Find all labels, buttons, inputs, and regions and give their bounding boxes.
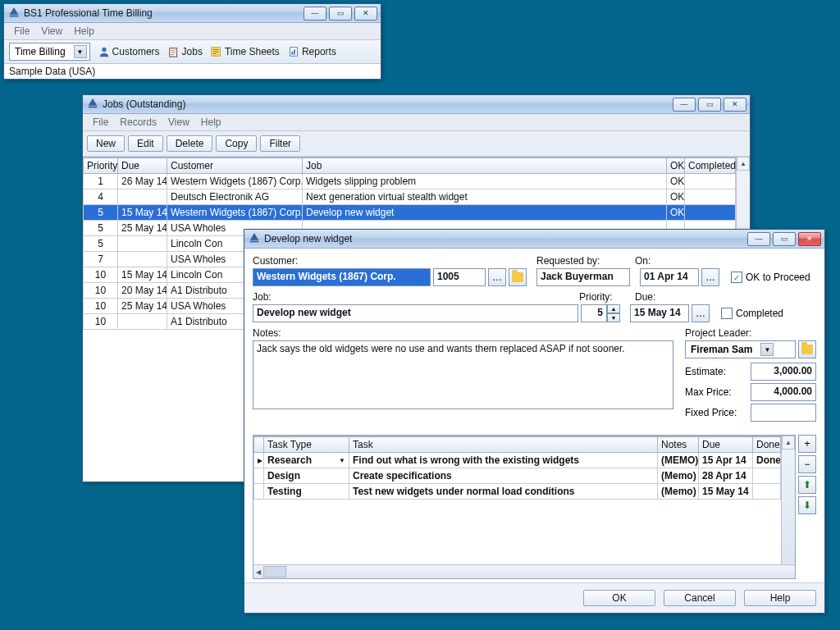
new-button[interactable]: New	[87, 135, 125, 152]
menu-view[interactable]: View	[36, 24, 67, 39]
ok-button[interactable]: OK	[583, 590, 655, 606]
minimize-button[interactable]: —	[747, 232, 770, 246]
scroll-up-icon[interactable]: ▲	[737, 157, 750, 171]
label-priority: Priority:	[579, 290, 635, 304]
delete-button[interactable]: Delete	[167, 135, 213, 152]
col-task-type[interactable]: Task Type	[264, 437, 349, 453]
toolbar-reports-label: Reports	[302, 46, 336, 57]
completed-checkbox[interactable]: Completed	[721, 308, 783, 319]
remove-row-button[interactable]: −	[798, 455, 816, 473]
table-row[interactable]: 126 May 14Western Widgets (1867) Corp.Wi…	[84, 174, 736, 189]
col-ok[interactable]: OK	[667, 158, 685, 174]
col-done[interactable]: Done	[753, 437, 781, 453]
svg-rect-6	[294, 49, 295, 54]
fixed-price-field[interactable]	[751, 404, 816, 422]
scroll-left-icon[interactable]: ◀	[253, 568, 263, 576]
menu-file[interactable]: File	[88, 115, 113, 130]
label-requested: Requested by:	[536, 253, 635, 268]
chevron-down-icon[interactable]: ▼	[760, 343, 774, 356]
cancel-button[interactable]: Cancel	[664, 590, 736, 606]
label-job: Job:	[253, 290, 579, 304]
label-due: Due:	[635, 290, 655, 304]
main-toolbar: Time Billing ▼ Customers Jobs Time Sheet…	[4, 40, 381, 64]
menu-help[interactable]: Help	[69, 24, 99, 39]
minimize-button[interactable]: —	[673, 98, 696, 112]
detail-titlebar[interactable]: Develop new widget — ▭ ✕	[244, 230, 824, 249]
minimize-button[interactable]: —	[304, 7, 326, 21]
chevron-down-icon[interactable]: ▼	[74, 45, 87, 58]
col-job[interactable]: Job	[303, 158, 667, 174]
copy-button[interactable]: Copy	[216, 135, 257, 152]
ok-proceed-checkbox[interactable]: ✓ OK to Proceed	[731, 272, 810, 283]
completed-label: Completed	[736, 308, 783, 319]
task-hscrollbar[interactable]: ◀	[253, 564, 795, 578]
customer-field[interactable]: Western Widgets (1867) Corp.	[253, 268, 431, 286]
close-button[interactable]: ✕	[354, 7, 377, 21]
on-date-field[interactable]: 01 Apr 14	[640, 268, 699, 286]
edit-button[interactable]: Edit	[128, 135, 163, 152]
menu-records[interactable]: Records	[115, 115, 162, 130]
scroll-up-icon[interactable]: ▲	[782, 436, 795, 450]
job-field[interactable]: Develop new widget	[253, 304, 578, 322]
module-combo[interactable]: Time Billing ▼	[9, 43, 90, 61]
priority-up-button[interactable]: ▲	[607, 304, 620, 313]
customer-lookup-button[interactable]: …	[488, 268, 506, 286]
task-row[interactable]: TestingTest new widgets under normal loa…	[254, 484, 781, 500]
table-row[interactable]: 4Deutsch Electronik AGNext generation vi…	[84, 189, 736, 205]
svg-rect-8	[250, 241, 259, 243]
col-notes[interactable]: Notes	[658, 437, 699, 453]
detail-footer: OK Cancel Help	[244, 582, 824, 613]
estimate-field[interactable]: 3,000.00	[751, 363, 816, 381]
jobs-titlebar[interactable]: Jobs (Outstanding) — ▭ ✕	[83, 95, 750, 114]
project-leader-combo[interactable]: Fireman Sam ▼	[685, 340, 796, 358]
col-task[interactable]: Task	[349, 437, 658, 453]
menu-file[interactable]: File	[9, 24, 34, 39]
close-button[interactable]: ✕	[798, 232, 821, 246]
toolbar-jobs-label: Jobs	[182, 46, 203, 57]
priority-down-button[interactable]: ▼	[607, 313, 620, 322]
toolbar-customers[interactable]: Customers	[98, 46, 160, 57]
task-row[interactable]: DesignCreate specifications(Memo)28 Apr …	[254, 468, 781, 484]
folder-icon	[801, 345, 813, 354]
max-price-field[interactable]: 4,000.00	[751, 383, 816, 401]
due-date-field[interactable]: 15 May 14	[630, 304, 689, 322]
task-row[interactable]: ▸Research▼Find out what is wrong with th…	[254, 453, 781, 468]
toolbar-reports[interactable]: Reports	[288, 46, 336, 57]
toolbar-jobs[interactable]: Jobs	[168, 46, 203, 57]
customer-no-field[interactable]: 1005	[433, 268, 486, 286]
label-fixed-price: Fixed Price:	[685, 407, 737, 418]
col-priority[interactable]: Priority	[84, 158, 118, 174]
check-icon	[721, 308, 733, 319]
customer-open-button[interactable]	[509, 268, 527, 286]
project-leader-value: Fireman Sam	[691, 344, 752, 355]
menu-help[interactable]: Help	[196, 115, 226, 130]
maximize-button[interactable]: ▭	[698, 98, 721, 112]
filter-button[interactable]: Filter	[260, 135, 300, 152]
add-row-button[interactable]: +	[798, 435, 816, 453]
task-scrollbar[interactable]: ▲	[781, 436, 795, 564]
toolbar-timesheets[interactable]: Time Sheets	[211, 46, 280, 57]
maximize-button[interactable]: ▭	[329, 7, 352, 21]
col-customer[interactable]: Customer	[167, 158, 303, 174]
table-row[interactable]: 515 May 14Western Widgets (1867) Corp.De…	[84, 205, 736, 221]
scroll-thumb[interactable]	[263, 566, 286, 578]
col-completed[interactable]: Completed	[685, 158, 736, 174]
help-button[interactable]: Help	[744, 590, 816, 606]
requested-by-field[interactable]: Jack Buyerman	[536, 268, 630, 286]
col-due[interactable]: Due	[699, 437, 753, 453]
move-up-button[interactable]: ⬆	[798, 476, 816, 494]
move-down-button[interactable]: ⬇	[798, 496, 816, 514]
task-grid[interactable]: Task Type Task Notes Due Done ▸Research▼…	[253, 435, 796, 579]
ok-proceed-label: OK to Proceed	[746, 272, 810, 283]
maximize-button[interactable]: ▭	[773, 232, 796, 246]
due-date-lookup-button[interactable]: …	[692, 304, 710, 322]
col-due[interactable]: Due	[118, 158, 167, 174]
priority-field[interactable]: 5	[581, 304, 607, 322]
menu-view[interactable]: View	[163, 115, 194, 130]
main-titlebar[interactable]: BS1 Professional Time Billing — ▭ ✕	[4, 4, 381, 23]
notes-field[interactable]: Jack says the old widgets were no use an…	[253, 340, 673, 409]
close-button[interactable]: ✕	[724, 98, 746, 112]
detail-window: Develop new widget — ▭ ✕ Customer: Reque…	[244, 229, 825, 614]
project-leader-open-button[interactable]	[798, 340, 816, 358]
on-date-lookup-button[interactable]: …	[701, 268, 719, 286]
